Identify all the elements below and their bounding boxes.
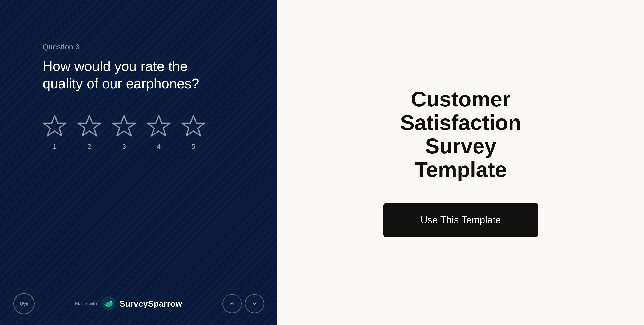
made-with-text: Made with [75,301,97,307]
star-item-1[interactable]: 1 [43,114,67,151]
star-number-1: 1 [53,142,57,151]
progress-text: 0% [20,300,28,307]
star-icon-3 [112,114,136,138]
brand-name-text: SurveySparrow [120,299,182,309]
star-number-4: 4 [157,142,161,151]
star-item-5[interactable]: 5 [181,114,205,151]
branding: Made with SurveySparrow [75,297,182,311]
star-rating: 1 2 3 [43,114,235,151]
star-number-2: 2 [88,142,91,151]
question-text: How would you rate the quality of our ea… [43,58,208,92]
surveysparrow-logo-icon [101,297,115,311]
star-item-3[interactable]: 3 [112,114,136,151]
progress-circle: 0% [13,293,35,314]
right-panel: Customer Satisfaction Survey Template Us… [277,0,644,325]
star-number-3: 3 [122,142,126,151]
nav-up-button[interactable] [222,294,242,313]
survey-bottom-bar: 0% Made with SurveySparrow [0,282,277,325]
nav-buttons [222,294,264,313]
survey-preview-panel: Question 3 How would you rate the qualit… [0,0,277,325]
template-title: Customer Satisfaction Survey Template [367,88,554,181]
star-icon-5 [181,114,205,138]
star-item-2[interactable]: 2 [77,114,101,151]
star-item-4[interactable]: 4 [147,114,171,151]
star-icon-2 [77,114,101,138]
use-template-button[interactable]: Use This Template [383,203,538,237]
star-number-5: 5 [192,142,195,151]
star-icon-1 [43,114,67,138]
question-label: Question 3 [43,43,235,51]
star-icon-4 [147,114,171,138]
survey-content: Question 3 How would you rate the qualit… [0,0,277,151]
svg-point-1 [110,301,111,302]
nav-down-button[interactable] [245,294,264,313]
